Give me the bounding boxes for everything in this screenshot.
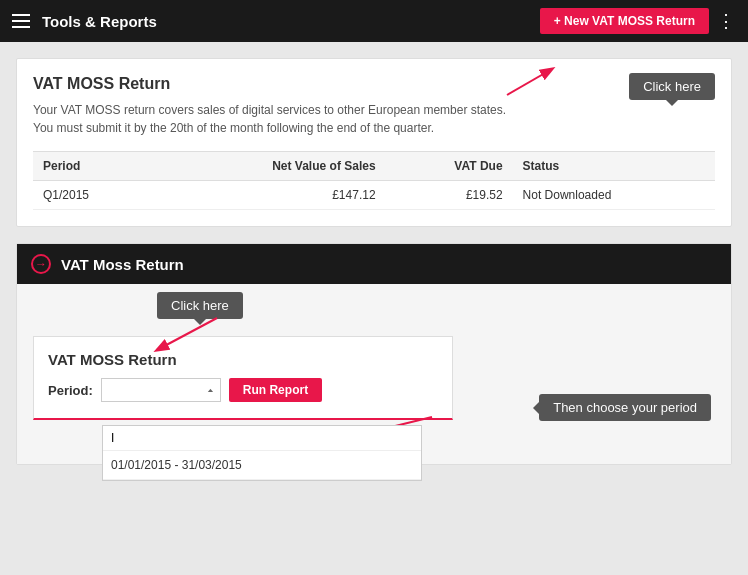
- card1-desc: Your VAT MOSS return covers sales of dig…: [33, 101, 715, 137]
- col-status: Status: [513, 152, 715, 181]
- cell-period: Q1/2015: [33, 181, 156, 210]
- period-label: Period:: [48, 383, 93, 398]
- card2-header: → VAT Moss Return: [17, 244, 731, 284]
- inner-vat-moss-card: VAT MOSS Return Period: 01/01/2015 - 31/…: [33, 336, 453, 420]
- then-choose-period-callout: Then choose your period: [539, 394, 711, 421]
- card2-body: Click here VAT MOSS Return Period: 01/01…: [17, 284, 731, 464]
- card1-title: VAT MOSS Return: [33, 75, 715, 93]
- nav-title: Tools & Reports: [42, 13, 157, 30]
- new-vat-moss-return-button[interactable]: + New VAT MOSS Return: [540, 8, 709, 34]
- dropdown-search-input[interactable]: [103, 426, 421, 451]
- content-area: Click here VAT MOSS Return Your VAT MOSS…: [0, 42, 748, 481]
- period-select[interactable]: 01/01/2015 - 31/03/2015: [101, 378, 221, 402]
- nav-right: + New VAT MOSS Return ⋮: [540, 8, 736, 34]
- inner-card-title: VAT MOSS Return: [48, 351, 438, 368]
- circle-arrow-icon: →: [31, 254, 51, 274]
- cell-status: Not Downloaded: [513, 181, 715, 210]
- col-vat-due: VAT Due: [386, 152, 513, 181]
- card2-header-title: VAT Moss Return: [61, 256, 184, 273]
- click-here-callout-2: Click here: [157, 292, 243, 319]
- vat-moss-return-card: Click here VAT MOSS Return Your VAT MOSS…: [16, 58, 732, 227]
- vat-moss-table: Period Net Value of Sales VAT Due Status…: [33, 151, 715, 210]
- nav-left: Tools & Reports: [12, 13, 157, 30]
- cell-vat-due: £19.52: [386, 181, 513, 210]
- vat-moss-return-section: → VAT Moss Return Click here VAT MOSS Re…: [16, 243, 732, 465]
- dropdown-item-q1-2015[interactable]: 01/01/2015 - 31/03/2015: [103, 451, 421, 480]
- period-select-wrapper[interactable]: 01/01/2015 - 31/03/2015: [101, 378, 221, 402]
- cell-net-value: £147.12: [156, 181, 386, 210]
- click-here-callout-1: Click here: [629, 73, 715, 100]
- more-options-icon[interactable]: ⋮: [717, 10, 736, 32]
- run-report-button[interactable]: Run Report: [229, 378, 322, 402]
- table-row: Q1/2015 £147.12 £19.52 Not Downloaded: [33, 181, 715, 210]
- period-dropdown-panel: 01/01/2015 - 31/03/2015: [102, 425, 422, 481]
- hamburger-icon[interactable]: [12, 14, 30, 28]
- top-nav: Tools & Reports + New VAT MOSS Return ⋮: [0, 0, 748, 42]
- col-period: Period: [33, 152, 156, 181]
- period-row: Period: 01/01/2015 - 31/03/2015 Run Repo…: [48, 378, 438, 402]
- col-net-value: Net Value of Sales: [156, 152, 386, 181]
